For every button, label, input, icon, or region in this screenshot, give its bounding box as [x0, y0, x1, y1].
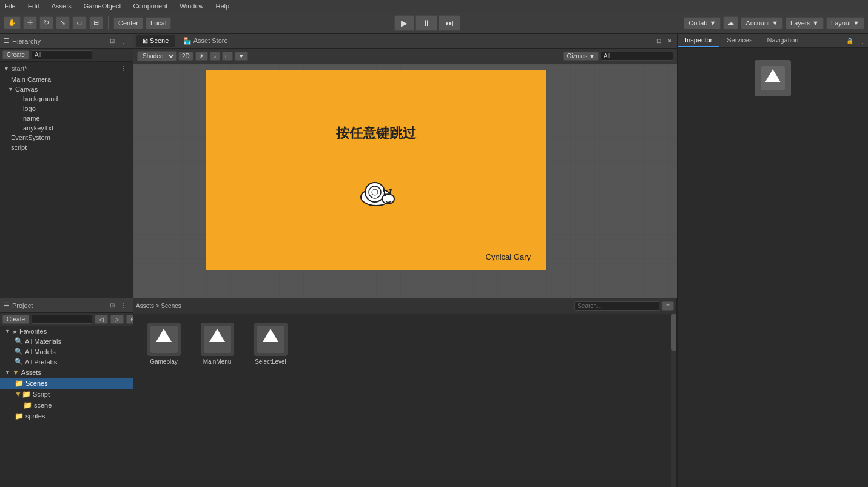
hierarchy-item-anykeytxt[interactable]: anykeyTxt: [0, 123, 133, 133]
shading-dropdown[interactable]: Shaded: [137, 51, 177, 61]
hierarchy-item-name[interactable]: name: [0, 113, 133, 123]
tab-inspector[interactable]: Inspector: [678, 34, 719, 47]
menu-window[interactable]: Window: [177, 2, 206, 10]
svg-point-6: [383, 189, 385, 192]
all-models-item[interactable]: 🔍 All Models: [0, 346, 133, 357]
hierarchy-item-background[interactable]: background: [0, 94, 133, 104]
script-folder-icon: ▼📁: [15, 390, 31, 398]
asset-selectlevel[interactable]: SelectLevel: [246, 320, 295, 368]
fx-btn[interactable]: ▼: [235, 52, 248, 61]
tab-asset-store[interactable]: 🏪 Asset Store: [177, 35, 234, 47]
menu-gameobject[interactable]: GameObject: [81, 2, 124, 10]
hierarchy-lock-btn[interactable]: ⊡: [107, 36, 117, 45]
inspector-menu-btn[interactable]: ⋮: [857, 34, 868, 47]
menu-help[interactable]: Help: [213, 2, 232, 10]
inspector-content: [678, 48, 868, 487]
all-models-icon: 🔍: [15, 348, 23, 355]
sprites-item[interactable]: 📁 sprites: [0, 411, 133, 422]
hierarchy-item-logo[interactable]: logo: [0, 104, 133, 113]
asset-mainmenu[interactable]: MainMenu: [193, 320, 241, 368]
menu-file[interactable]: File: [2, 2, 18, 10]
hierarchy-item-script[interactable]: script: [0, 143, 133, 152]
asset-gameplay[interactable]: Gameplay: [140, 320, 188, 368]
menu-assets[interactable]: Assets: [49, 2, 74, 10]
project-btn1[interactable]: ◁: [95, 315, 108, 324]
scene-controls: ⋮: [118, 64, 129, 73]
favorites-header[interactable]: ▼ ★ Favorites: [0, 326, 133, 336]
tab-services[interactable]: Services: [719, 34, 759, 47]
scene-expand-btn[interactable]: ⊡: [654, 36, 664, 45]
asset-search[interactable]: [574, 301, 659, 311]
scene-content[interactable]: 按任意键跳过: [133, 64, 677, 298]
2d-btn[interactable]: 2D: [178, 52, 193, 61]
project-btn2[interactable]: ▷: [110, 315, 124, 324]
anykeytxt-label: anykeyTxt: [23, 124, 53, 132]
scene-sub-label: scene: [34, 401, 52, 409]
play-controls: ▶ ⏸ ⏭: [394, 15, 460, 31]
scene-close-btn[interactable]: ✕: [665, 36, 675, 45]
move-tool-btn[interactable]: ✛: [23, 16, 37, 29]
selectlevel-icon: [254, 323, 288, 356]
hierarchy-item-canvas[interactable]: ▼ Canvas: [0, 84, 133, 94]
all-prefabs-label: All Prefabs: [25, 358, 57, 366]
hierarchy-search[interactable]: [32, 50, 92, 59]
assets-label: Assets: [21, 369, 41, 376]
menu-component[interactable]: Component: [130, 2, 170, 10]
rect-tool-btn[interactable]: ▭: [72, 16, 87, 29]
hierarchy-item-maincamera[interactable]: Main Camera: [0, 75, 133, 84]
asset-list-btn[interactable]: ≡: [662, 301, 674, 311]
asset-browser: Assets > Scenes ≡ Gameplay MainMenu: [133, 298, 677, 487]
layers-btn[interactable]: Layers ▼: [786, 17, 824, 29]
skybox-btn[interactable]: □: [222, 52, 233, 61]
hierarchy-create-btn[interactable]: Create: [2, 50, 29, 59]
light-btn[interactable]: ☀: [195, 52, 208, 61]
project-scroll[interactable]: ▼ ★ Favorites 🔍 All Materials 🔍 All Mode…: [0, 326, 133, 487]
all-prefabs-item[interactable]: 🔍 All Prefabs: [0, 357, 133, 367]
hand-tool-btn[interactable]: ✋: [4, 16, 21, 29]
multi-tool-btn[interactable]: ⊞: [89, 16, 103, 29]
scene-sub-item[interactable]: 📁 scene: [0, 400, 133, 411]
project-menu-btn[interactable]: ⋮: [118, 301, 129, 310]
path-label: Assets > Scenes: [136, 303, 181, 309]
hierarchy-scene-root[interactable]: ▼ start* ⋮: [0, 62, 133, 75]
play-btn[interactable]: ▶: [394, 15, 414, 31]
asset-scroll-thumb[interactable]: [671, 314, 676, 351]
hierarchy-item-eventsystem[interactable]: EventSystem: [0, 133, 133, 143]
asset-scrollbar[interactable]: [671, 314, 676, 487]
tab-scene[interactable]: ⊠ Scene: [136, 35, 175, 47]
audio-btn[interactable]: ♪: [210, 52, 220, 61]
gizmos-btn[interactable]: Gizmos ▼: [563, 52, 599, 61]
scenes-item[interactable]: 📁 Scenes: [0, 378, 133, 389]
project-lock-btn[interactable]: ⊡: [107, 301, 117, 310]
scene-panel: ⊠ Scene 🏪 Asset Store ⊡ ✕ Shaded 2D ☀ ♪ …: [133, 34, 677, 299]
hierarchy-menu-btn[interactable]: ⋮: [118, 36, 129, 45]
name-label: name: [23, 115, 40, 122]
hierarchy-header[interactable]: ☰ Hierarchy ⊡ ⋮: [0, 34, 133, 49]
collab-btn[interactable]: Collab ▼: [684, 17, 721, 29]
rotate-tool-btn[interactable]: ↻: [39, 16, 53, 29]
assets-header[interactable]: ▼ ▼ Assets: [0, 367, 133, 378]
scene-menu-btn[interactable]: ⋮: [118, 64, 129, 73]
tab-navigation[interactable]: Navigation: [759, 34, 806, 47]
local-btn[interactable]: Local: [146, 17, 171, 29]
scale-tool-btn[interactable]: ⤡: [56, 16, 70, 29]
project-icon: ☰: [4, 301, 10, 309]
script-item[interactable]: ▼📁 Script: [0, 389, 133, 400]
menu-edit[interactable]: Edit: [25, 2, 42, 10]
project-search[interactable]: [32, 315, 92, 324]
project-create-btn[interactable]: Create: [2, 315, 29, 324]
cloud-btn[interactable]: ☁: [723, 16, 738, 29]
pause-btn[interactable]: ⏸: [415, 15, 437, 31]
scene-search[interactable]: [601, 52, 673, 61]
project-header[interactable]: ☰ Project ⊡ ⋮: [0, 298, 133, 313]
layout-btn[interactable]: Layout ▼: [826, 17, 864, 29]
script-label: Script: [33, 391, 50, 398]
center-btn[interactable]: Center: [113, 17, 143, 29]
toolbar: ✋ ✛ ↻ ⤡ ▭ ⊞ Center Local ▶ ⏸ ⏭ Collab ▼ …: [0, 12, 868, 34]
gameplay-label: Gameplay: [150, 358, 178, 365]
account-btn[interactable]: Account ▼: [741, 17, 783, 29]
step-btn[interactable]: ⏭: [439, 15, 460, 31]
inspector-lock-btn[interactable]: 🔒: [844, 34, 856, 47]
all-materials-item[interactable]: 🔍 All Materials: [0, 336, 133, 346]
scene-icon: ⊠: [143, 37, 148, 44]
